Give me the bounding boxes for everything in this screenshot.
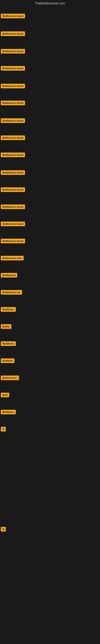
bottleneck-item: Bottleneck result bbox=[1, 152, 25, 158]
bottleneck-badge: Bottleneck result bbox=[1, 187, 25, 192]
bottleneck-item: Bottleneck result bbox=[1, 187, 25, 193]
bottleneck-item: B bbox=[1, 527, 6, 532]
bottleneck-badge: Bottlenec bbox=[1, 341, 16, 346]
bottleneck-badge: Bott bbox=[1, 393, 9, 397]
bottleneck-badge: Bottle bbox=[1, 324, 11, 329]
bottleneck-badge: Bottleneck result bbox=[1, 136, 25, 140]
bottleneck-badge: Bottleneck result bbox=[1, 14, 25, 18]
bottleneck-item: Bottleneck result bbox=[1, 84, 25, 89]
bottleneck-badge: Bottlenec bbox=[1, 307, 16, 312]
bottleneck-badge: Bottleneck bbox=[1, 273, 17, 278]
bottleneck-badge: Bottleneck result bbox=[1, 152, 25, 157]
bottleneck-item: Bottleneck result bbox=[1, 32, 25, 37]
bottleneck-badge: Bottlene bbox=[1, 358, 14, 363]
bottleneck-item: Bottleneck result bbox=[1, 49, 25, 54]
bottleneck-item: Bottleneck resu bbox=[1, 256, 24, 261]
bottleneck-item: Bottle bbox=[1, 324, 11, 330]
bottleneck-badge: Bottleneck result bbox=[1, 204, 25, 209]
bottleneck-badge: Bottleneck result bbox=[1, 222, 25, 226]
bottleneck-item: Bott bbox=[1, 393, 9, 398]
items-container: Bottleneck resultBottleneck resultBottle… bbox=[0, 8, 100, 644]
bottleneck-badge: B bbox=[1, 527, 6, 532]
bottleneck-badge: Bottleneck result bbox=[1, 118, 25, 123]
bottleneck-item: Bottleneck result bbox=[1, 222, 25, 227]
bottleneck-badge: Bottleneck result bbox=[1, 49, 25, 54]
bottleneck-badge: Bottleneck result bbox=[1, 239, 25, 243]
bottleneck-item: Bottleneck result bbox=[1, 204, 25, 210]
bottleneck-item: Bottlene bbox=[1, 358, 14, 364]
bottleneck-item: Bottlenec bbox=[1, 341, 16, 347]
bottleneck-badge: Bottleneck result bbox=[1, 170, 25, 175]
bottleneck-badge: B bbox=[1, 427, 6, 432]
bottleneck-item: B bbox=[1, 427, 6, 432]
bottleneck-item: Bottleneck bbox=[1, 273, 17, 278]
bottleneck-item: Bottleneck res bbox=[1, 290, 22, 296]
bottleneck-badge: Bottleneck r bbox=[1, 376, 19, 380]
bottleneck-item: Bottleneck result bbox=[1, 239, 25, 244]
bottleneck-item: Bottleneck result bbox=[1, 100, 25, 106]
bottleneck-badge: Bottleneck res bbox=[1, 290, 22, 295]
bottleneck-badge: Bottleneck result bbox=[1, 66, 25, 71]
bottleneck-item: Bottleneck r bbox=[1, 376, 19, 381]
bottleneck-item: Bottleneck result bbox=[1, 14, 25, 19]
bottleneck-item: Bottlenec bbox=[1, 410, 16, 415]
bottleneck-item: Bottleneck result bbox=[1, 136, 25, 141]
bottleneck-badge: Bottlenec bbox=[1, 410, 16, 414]
bottleneck-badge: Bottleneck result bbox=[1, 100, 25, 105]
bottleneck-badge: Bottleneck result bbox=[1, 84, 25, 88]
bottleneck-item: Bottleneck result bbox=[1, 118, 25, 124]
site-title: TheBottlenecker.com bbox=[0, 0, 100, 8]
bottleneck-badge: Bottleneck resu bbox=[1, 256, 24, 260]
bottleneck-item: Bottlenec bbox=[1, 307, 16, 312]
bottleneck-badge: Bottleneck result bbox=[1, 32, 25, 36]
bottleneck-item: Bottleneck result bbox=[1, 66, 25, 72]
bottleneck-item: Bottleneck result bbox=[1, 170, 25, 176]
